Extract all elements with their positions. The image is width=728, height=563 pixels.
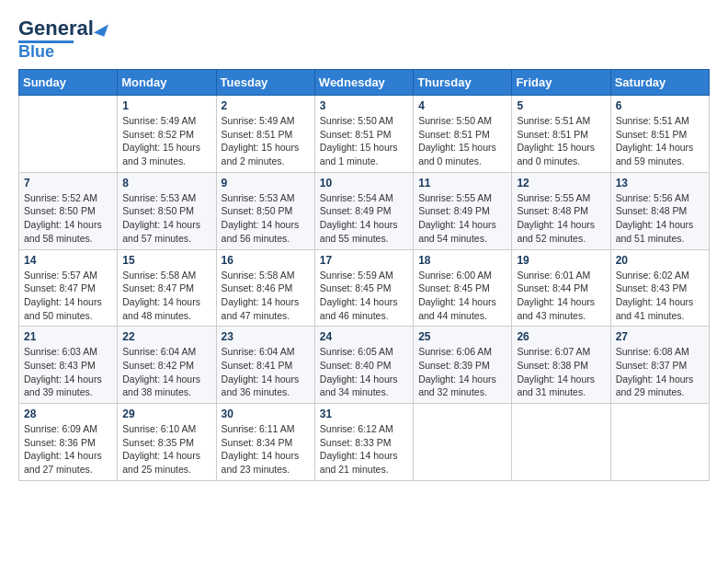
day-number: 19 <box>517 254 605 267</box>
day-number: 4 <box>418 99 506 112</box>
day-number: 17 <box>320 254 408 267</box>
calendar-cell: 4Sunrise: 5:50 AM Sunset: 8:51 PM Daylig… <box>414 96 512 173</box>
calendar-cell: 16Sunrise: 5:58 AM Sunset: 8:46 PM Dayli… <box>216 249 314 327</box>
day-number: 22 <box>122 330 210 343</box>
calendar-cell: 18Sunrise: 6:00 AM Sunset: 8:45 PM Dayli… <box>414 249 512 327</box>
calendar-cell: 29Sunrise: 6:10 AM Sunset: 8:35 PM Dayli… <box>118 404 216 481</box>
day-info: Sunrise: 5:59 AM Sunset: 8:45 PM Dayligh… <box>320 269 408 323</box>
calendar-cell: 5Sunrise: 5:51 AM Sunset: 8:51 PM Daylig… <box>512 96 610 173</box>
day-info: Sunrise: 5:55 AM Sunset: 8:48 PM Dayligh… <box>517 191 605 246</box>
day-info: Sunrise: 6:09 AM Sunset: 8:36 PM Dayligh… <box>24 422 112 477</box>
logo: General Blue <box>18 18 107 60</box>
day-info: Sunrise: 5:49 AM Sunset: 8:52 PM Dayligh… <box>122 114 210 168</box>
calendar-cell: 23Sunrise: 6:04 AM Sunset: 8:41 PM Dayli… <box>216 327 314 404</box>
day-info: Sunrise: 5:53 AM Sunset: 8:50 PM Dayligh… <box>122 191 210 246</box>
day-info: Sunrise: 6:05 AM Sunset: 8:40 PM Dayligh… <box>320 345 408 399</box>
week-row-5: 28Sunrise: 6:09 AM Sunset: 8:36 PM Dayli… <box>19 404 710 481</box>
day-number: 28 <box>24 408 112 420</box>
calendar-cell: 8Sunrise: 5:53 AM Sunset: 8:50 PM Daylig… <box>118 172 216 249</box>
day-number: 8 <box>122 177 210 190</box>
calendar-cell: 6Sunrise: 5:51 AM Sunset: 8:51 PM Daylig… <box>610 96 709 173</box>
day-number: 2 <box>222 99 310 112</box>
day-number: 3 <box>320 99 408 112</box>
day-number: 5 <box>517 99 605 112</box>
calendar-cell: 19Sunrise: 6:01 AM Sunset: 8:44 PM Dayli… <box>512 249 610 327</box>
day-number: 24 <box>320 330 408 343</box>
day-number: 25 <box>418 330 506 343</box>
weekday-header-sunday: Sunday <box>19 70 118 96</box>
day-number: 14 <box>24 254 112 267</box>
day-info: Sunrise: 6:11 AM Sunset: 8:34 PM Dayligh… <box>222 422 310 477</box>
day-info: Sunrise: 6:01 AM Sunset: 8:44 PM Dayligh… <box>517 269 605 323</box>
calendar-cell: 1Sunrise: 5:49 AM Sunset: 8:52 PM Daylig… <box>118 96 216 173</box>
week-row-2: 7Sunrise: 5:52 AM Sunset: 8:50 PM Daylig… <box>19 172 710 249</box>
weekday-header-thursday: Thursday <box>414 70 512 96</box>
day-number: 15 <box>122 254 210 267</box>
weekday-header-tuesday: Tuesday <box>216 70 314 96</box>
day-number: 30 <box>222 408 310 420</box>
day-number: 11 <box>418 177 506 190</box>
day-number: 27 <box>616 330 704 343</box>
day-info: Sunrise: 5:57 AM Sunset: 8:47 PM Dayligh… <box>24 269 112 323</box>
day-info: Sunrise: 5:50 AM Sunset: 8:51 PM Dayligh… <box>320 114 408 168</box>
week-row-1: 1Sunrise: 5:49 AM Sunset: 8:52 PM Daylig… <box>19 96 710 173</box>
calendar-cell: 2Sunrise: 5:49 AM Sunset: 8:51 PM Daylig… <box>216 96 314 173</box>
weekday-header-saturday: Saturday <box>610 70 709 96</box>
day-info: Sunrise: 5:52 AM Sunset: 8:50 PM Dayligh… <box>24 191 112 246</box>
day-number: 21 <box>24 330 112 343</box>
day-info: Sunrise: 5:58 AM Sunset: 8:47 PM Dayligh… <box>122 269 210 323</box>
calendar-cell: 12Sunrise: 5:55 AM Sunset: 8:48 PM Dayli… <box>512 172 610 249</box>
weekday-header-monday: Monday <box>118 70 216 96</box>
day-info: Sunrise: 6:04 AM Sunset: 8:42 PM Dayligh… <box>122 345 210 399</box>
day-number: 12 <box>517 177 605 190</box>
day-info: Sunrise: 6:02 AM Sunset: 8:43 PM Dayligh… <box>616 269 704 323</box>
day-info: Sunrise: 6:04 AM Sunset: 8:41 PM Dayligh… <box>222 345 310 399</box>
calendar-cell <box>610 404 709 481</box>
calendar-cell: 27Sunrise: 6:08 AM Sunset: 8:37 PM Dayli… <box>610 327 709 404</box>
day-info: Sunrise: 6:03 AM Sunset: 8:43 PM Dayligh… <box>24 345 112 399</box>
calendar-cell: 21Sunrise: 6:03 AM Sunset: 8:43 PM Dayli… <box>19 327 118 404</box>
calendar-cell: 22Sunrise: 6:04 AM Sunset: 8:42 PM Dayli… <box>118 327 216 404</box>
day-number: 13 <box>616 177 704 190</box>
day-info: Sunrise: 5:55 AM Sunset: 8:49 PM Dayligh… <box>418 191 506 246</box>
day-number: 20 <box>616 254 704 267</box>
calendar-cell: 11Sunrise: 5:55 AM Sunset: 8:49 PM Dayli… <box>414 172 512 249</box>
day-info: Sunrise: 5:56 AM Sunset: 8:48 PM Dayligh… <box>616 191 704 246</box>
page-header: General Blue <box>18 18 710 60</box>
calendar-cell: 10Sunrise: 5:54 AM Sunset: 8:49 PM Dayli… <box>314 172 413 249</box>
logo-general: General <box>18 18 94 39</box>
calendar-cell: 20Sunrise: 6:02 AM Sunset: 8:43 PM Dayli… <box>610 249 709 327</box>
calendar-cell: 25Sunrise: 6:06 AM Sunset: 8:39 PM Dayli… <box>414 327 512 404</box>
calendar-cell: 28Sunrise: 6:09 AM Sunset: 8:36 PM Dayli… <box>19 404 118 481</box>
day-info: Sunrise: 5:51 AM Sunset: 8:51 PM Dayligh… <box>616 114 704 168</box>
calendar-cell <box>512 404 610 481</box>
logo-triangle-icon <box>94 20 108 36</box>
day-info: Sunrise: 6:10 AM Sunset: 8:35 PM Dayligh… <box>122 422 210 477</box>
calendar-cell: 3Sunrise: 5:50 AM Sunset: 8:51 PM Daylig… <box>314 96 413 173</box>
day-number: 6 <box>616 99 704 112</box>
calendar-cell: 26Sunrise: 6:07 AM Sunset: 8:38 PM Dayli… <box>512 327 610 404</box>
weekday-header-wednesday: Wednesday <box>314 70 413 96</box>
day-number: 10 <box>320 177 408 190</box>
calendar-cell: 24Sunrise: 6:05 AM Sunset: 8:40 PM Dayli… <box>314 327 413 404</box>
day-number: 18 <box>418 254 506 267</box>
day-number: 31 <box>320 408 408 420</box>
day-number: 9 <box>222 177 310 190</box>
day-info: Sunrise: 6:12 AM Sunset: 8:33 PM Dayligh… <box>320 422 408 477</box>
calendar-cell <box>414 404 512 481</box>
calendar-cell: 17Sunrise: 5:59 AM Sunset: 8:45 PM Dayli… <box>314 249 413 327</box>
calendar-cell: 30Sunrise: 6:11 AM Sunset: 8:34 PM Dayli… <box>216 404 314 481</box>
day-info: Sunrise: 6:06 AM Sunset: 8:39 PM Dayligh… <box>418 345 506 399</box>
week-row-3: 14Sunrise: 5:57 AM Sunset: 8:47 PM Dayli… <box>19 249 710 327</box>
calendar-cell <box>19 96 118 173</box>
weekday-header-row: SundayMondayTuesdayWednesdayThursdayFrid… <box>19 70 710 96</box>
day-number: 29 <box>122 408 210 420</box>
day-info: Sunrise: 5:51 AM Sunset: 8:51 PM Dayligh… <box>517 114 605 168</box>
day-info: Sunrise: 5:58 AM Sunset: 8:46 PM Dayligh… <box>222 269 310 323</box>
week-row-4: 21Sunrise: 6:03 AM Sunset: 8:43 PM Dayli… <box>19 327 710 404</box>
weekday-header-friday: Friday <box>512 70 610 96</box>
calendar-cell: 15Sunrise: 5:58 AM Sunset: 8:47 PM Dayli… <box>118 249 216 327</box>
calendar-cell: 14Sunrise: 5:57 AM Sunset: 8:47 PM Dayli… <box>19 249 118 327</box>
calendar-cell: 7Sunrise: 5:52 AM Sunset: 8:50 PM Daylig… <box>19 172 118 249</box>
calendar-cell: 9Sunrise: 5:53 AM Sunset: 8:50 PM Daylig… <box>216 172 314 249</box>
